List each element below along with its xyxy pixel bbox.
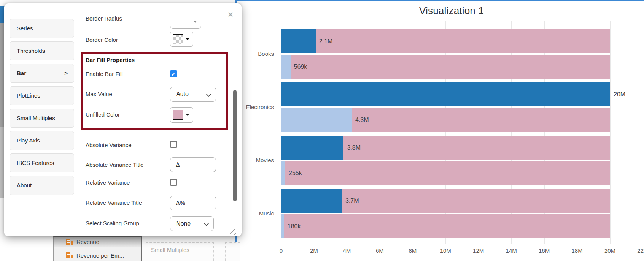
- sidebar-item-about[interactable]: About: [10, 176, 74, 195]
- unfilled-color-label: Unfilled Color: [86, 111, 120, 118]
- x-tick-label: 2M: [301, 247, 327, 254]
- bar-row: 20M: [281, 82, 644, 106]
- absolute-variance-label: Absolute Variance: [86, 142, 132, 148]
- bar-value-label: 20M: [614, 82, 625, 106]
- x-tick-label: 0: [268, 247, 294, 254]
- unfilled-color-swatch: [173, 110, 183, 120]
- bar-fill[interactable]: [281, 161, 285, 185]
- bar-fill[interactable]: [281, 108, 352, 132]
- chart-area: Visualization 1 02M4M6M8M10M12M14M16M18M…: [235, 0, 644, 261]
- bar-value-label: 255k: [289, 161, 302, 185]
- dropdown-arrow-icon: [186, 114, 189, 116]
- sidebar-item-series[interactable]: Series: [10, 19, 74, 38]
- bar-value-label: 569k: [294, 55, 307, 79]
- x-tick-label: 14M: [498, 247, 525, 254]
- category-label: Music: [237, 210, 274, 217]
- sidebar-item-ibcs-features[interactable]: IBCS Features: [10, 153, 74, 172]
- bar-fill[interactable]: [281, 29, 316, 53]
- sidebar-item-bar[interactable]: Bar>: [10, 64, 74, 83]
- drop-zone-label: Small Multiples: [151, 247, 213, 253]
- close-icon[interactable]: ✕: [226, 10, 235, 19]
- chevron-down-icon: [206, 92, 211, 97]
- field-label: Revenue per Em...: [76, 252, 124, 259]
- settings-dialog: ✕ Series Thresholds Bar> PlotLines Small…: [4, 3, 242, 236]
- bar-row: 2.1M: [281, 29, 644, 53]
- bar-row: 3.8M: [281, 136, 644, 160]
- bar-unfilled[interactable]: [281, 161, 610, 185]
- measure-table-icon: [66, 252, 74, 258]
- dropdown-arrow-icon: [186, 38, 189, 40]
- dropdown-arrow-icon: [193, 21, 197, 23]
- x-tick-label: 6M: [366, 247, 393, 254]
- bar-value-label: 2.1M: [319, 29, 333, 53]
- enable-bar-fill-label: Enable Bar Fill: [86, 71, 123, 77]
- measure-table-icon: [66, 239, 74, 245]
- max-value-label: Max Value: [86, 91, 112, 97]
- bar-unfilled[interactable]: [281, 214, 610, 238]
- relative-variance-title-label: Relative Variance Title: [86, 199, 142, 206]
- x-tick-label: 18M: [564, 247, 590, 254]
- bar-value-label: 3.8M: [347, 136, 361, 160]
- sidebar-item-small-multiples[interactable]: Small Multiples: [10, 109, 74, 128]
- unfilled-color-picker[interactable]: [170, 107, 193, 123]
- drop-panel: Small Multiples: [142, 236, 235, 261]
- x-tick-label: 8M: [399, 247, 426, 254]
- enable-bar-fill-checkbox[interactable]: [170, 70, 177, 77]
- absolute-variance-checkbox[interactable]: [170, 141, 177, 148]
- bar-row: 255k: [281, 161, 644, 185]
- sidebar-item-thresholds[interactable]: Thresholds: [10, 41, 74, 60]
- sidebar-item-play-axis[interactable]: Play Axis: [10, 131, 74, 150]
- category-label: Movies: [237, 157, 274, 164]
- x-tick-label: 20M: [597, 247, 623, 254]
- relative-variance-label: Relative Variance: [86, 179, 130, 186]
- bar-fill[interactable]: [281, 189, 342, 213]
- x-tick-label: 22M: [630, 247, 644, 254]
- x-tick-label: 16M: [531, 247, 558, 254]
- dialog-scrollbar-thumb[interactable]: [233, 90, 237, 201]
- bar-fill[interactable]: [281, 136, 343, 160]
- bar-row: 180k: [281, 214, 644, 238]
- section-heading: Bar Fill Properties: [86, 57, 135, 63]
- x-tick-label: 12M: [465, 247, 492, 254]
- transparent-color-swatch: [173, 34, 183, 44]
- border-radius-label: Border Radius: [86, 15, 122, 22]
- border-color-picker[interactable]: [170, 32, 193, 47]
- select-scaling-group-label: Select Scaling Group: [86, 220, 139, 226]
- bar-row: 569k: [281, 55, 644, 79]
- bar-fill[interactable]: [281, 214, 284, 238]
- bar-value-label: 4.3M: [355, 108, 369, 132]
- bar-value-label: 180k: [288, 214, 301, 238]
- section-divider: [86, 130, 229, 130]
- absolute-variance-title-input[interactable]: Δ: [170, 157, 216, 172]
- category-label: Electronics: [237, 103, 274, 111]
- category-label: Books: [237, 50, 274, 58]
- absolute-variance-title-label: Absolute Variance Title: [86, 161, 143, 168]
- field-label: Revenue: [76, 239, 99, 245]
- border-color-label: Border Color: [86, 36, 118, 43]
- sidebar-item-plotlines[interactable]: PlotLines: [10, 86, 74, 105]
- chevron-down-icon: [204, 221, 209, 226]
- max-value-select[interactable]: Auto: [170, 87, 216, 102]
- border-radius-combo[interactable]: [170, 14, 201, 29]
- relative-variance-checkbox[interactable]: [170, 179, 177, 186]
- chart-title: Visualization 1: [275, 5, 628, 17]
- pane-divider-line: [8, 236, 8, 261]
- x-tick-label: 10M: [432, 247, 459, 254]
- fields-panel: Revenue Revenue per Em...: [53, 236, 142, 261]
- select-scaling-group-select[interactable]: None: [170, 216, 214, 231]
- field-row-revenue-per-em[interactable]: Revenue per Em...: [54, 251, 141, 260]
- small-multiples-drop-zone[interactable]: Small Multiples: [146, 242, 214, 261]
- field-row-revenue[interactable]: Revenue: [54, 237, 141, 247]
- screen: Visualization 1 02M4M6M8M10M12M14M16M18M…: [0, 0, 644, 261]
- relative-variance-title-input[interactable]: Δ%: [170, 196, 216, 210]
- next-drop-zone-partial[interactable]: [225, 242, 240, 261]
- bar-row: 3.7M: [281, 189, 644, 213]
- bar-row: 4.3M: [281, 108, 644, 132]
- bar-unfilled[interactable]: [281, 55, 610, 79]
- bar-fill[interactable]: [281, 82, 610, 106]
- bar-fill[interactable]: [281, 55, 291, 79]
- x-tick-label: 4M: [334, 247, 360, 254]
- expand-arrow-icon: >: [64, 64, 68, 82]
- dialog-resize-handle[interactable]: [230, 229, 236, 235]
- bar-value-label: 3.7M: [345, 189, 359, 213]
